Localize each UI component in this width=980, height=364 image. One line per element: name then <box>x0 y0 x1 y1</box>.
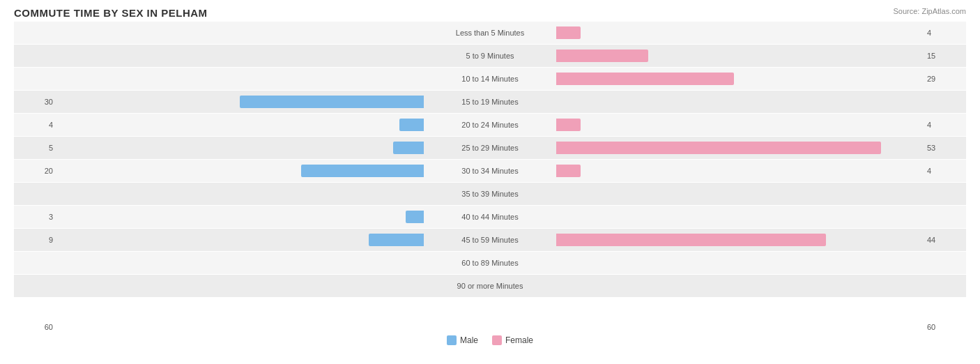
center-label: 45 to 59 Minutes <box>461 236 518 244</box>
legend-male: Male <box>447 335 478 345</box>
female-bar-container <box>556 142 881 154</box>
female-bar <box>556 73 734 85</box>
female-bar <box>556 234 826 246</box>
bar-section: 20 to 24 Minutes <box>56 114 924 136</box>
female-bar-container <box>556 26 581 39</box>
chart-row: Less than 5 Minutes 4 <box>14 22 966 44</box>
female-bar-container <box>556 234 826 246</box>
male-value-label: 4 <box>14 121 56 129</box>
chart-row: 5 to 9 Minutes 15 <box>14 45 966 67</box>
female-value-label: 4 <box>924 29 966 37</box>
female-bar-container <box>556 73 734 85</box>
chart-row: 3 40 to 44 Minutes <box>14 206 966 228</box>
male-value-label: 9 <box>14 236 56 244</box>
female-bar <box>556 142 881 154</box>
female-bar-container <box>556 50 648 62</box>
axis-right-label: 60 <box>924 323 966 331</box>
bar-section: 15 to 19 Minutes <box>56 91 924 113</box>
male-legend-box <box>447 335 457 345</box>
female-bar <box>556 26 581 39</box>
male-bar <box>393 142 424 154</box>
center-label: 10 to 14 Minutes <box>461 75 518 83</box>
center-label: Less than 5 Minutes <box>456 29 524 37</box>
male-bar-container <box>406 211 424 223</box>
axis-labels: 60 60 <box>14 323 966 331</box>
male-value-label: 30 <box>14 98 56 106</box>
bar-section: 25 to 29 Minutes <box>56 137 924 159</box>
female-legend-box <box>492 335 502 345</box>
center-label: 25 to 29 Minutes <box>461 144 518 152</box>
chart-row: 30 15 to 19 Minutes <box>14 91 966 113</box>
male-bar <box>301 165 424 177</box>
male-value-label: 5 <box>14 144 56 152</box>
female-value-label: 44 <box>924 236 966 244</box>
female-value-label: 15 <box>924 52 966 60</box>
chart-row: 9 45 to 59 Minutes 44 <box>14 229 966 251</box>
legend: Male Female <box>14 335 966 345</box>
bar-section: 60 to 89 Minutes <box>56 252 924 274</box>
center-label: 15 to 19 Minutes <box>461 98 518 106</box>
source-text: Source: ZipAtlas.com <box>893 7 966 15</box>
chart-row: 20 30 to 34 Minutes 4 <box>14 160 966 182</box>
female-bar <box>556 119 581 131</box>
male-bar-container <box>369 234 424 246</box>
female-bar <box>556 50 648 62</box>
bar-section: 45 to 59 Minutes <box>56 229 924 251</box>
male-bar-container <box>240 96 424 108</box>
chart-row: 90 or more Minutes <box>14 275 966 297</box>
bar-section: 30 to 34 Minutes <box>56 160 924 182</box>
chart-row: 4 20 to 24 Minutes 4 <box>14 114 966 136</box>
center-label: 20 to 24 Minutes <box>461 121 518 129</box>
bar-section: 10 to 14 Minutes <box>56 68 924 90</box>
male-value-label: 3 <box>14 213 56 221</box>
bar-section: 5 to 9 Minutes <box>56 45 924 67</box>
axis-left-label: 60 <box>14 323 56 331</box>
chart-row: 60 to 89 Minutes <box>14 252 966 274</box>
bar-section: Less than 5 Minutes <box>56 22 924 44</box>
center-label: 90 or more Minutes <box>457 282 523 290</box>
center-label: 5 to 9 Minutes <box>466 52 514 60</box>
female-value-label: 4 <box>924 121 966 129</box>
bar-section: 40 to 44 Minutes <box>56 206 924 228</box>
chart-area: Less than 5 Minutes 4 5 to 9 Minutes 15 … <box>14 22 966 321</box>
center-label: 60 to 89 Minutes <box>461 259 518 267</box>
male-legend-label: Male <box>460 335 478 345</box>
center-label: 30 to 34 Minutes <box>461 167 518 175</box>
female-value-label: 53 <box>924 144 966 152</box>
male-bar-container <box>393 142 424 154</box>
female-legend-label: Female <box>505 335 533 345</box>
female-value-label: 29 <box>924 75 966 83</box>
chart-row: 5 25 to 29 Minutes 53 <box>14 137 966 159</box>
male-bar-container <box>399 119 424 131</box>
male-bar-container <box>301 165 424 177</box>
male-bar <box>369 234 424 246</box>
male-bar <box>406 211 424 223</box>
chart-container: COMMUTE TIME BY SEX IN PELHAM Source: Zi… <box>0 0 980 364</box>
center-label: 40 to 44 Minutes <box>461 213 518 221</box>
female-bar-container <box>556 119 581 131</box>
female-bar-container <box>556 165 581 177</box>
chart-row: 10 to 14 Minutes 29 <box>14 68 966 90</box>
female-value-label: 4 <box>924 167 966 175</box>
chart-title: COMMUTE TIME BY SEX IN PELHAM <box>14 7 966 19</box>
center-label: 35 to 39 Minutes <box>461 190 518 198</box>
male-value-label: 20 <box>14 167 56 175</box>
male-bar <box>399 119 424 131</box>
legend-female: Female <box>492 335 533 345</box>
bar-section: 35 to 39 Minutes <box>56 183 924 205</box>
male-bar <box>240 96 424 108</box>
bar-section: 90 or more Minutes <box>56 275 924 297</box>
chart-row: 35 to 39 Minutes <box>14 183 966 205</box>
female-bar <box>556 165 581 177</box>
